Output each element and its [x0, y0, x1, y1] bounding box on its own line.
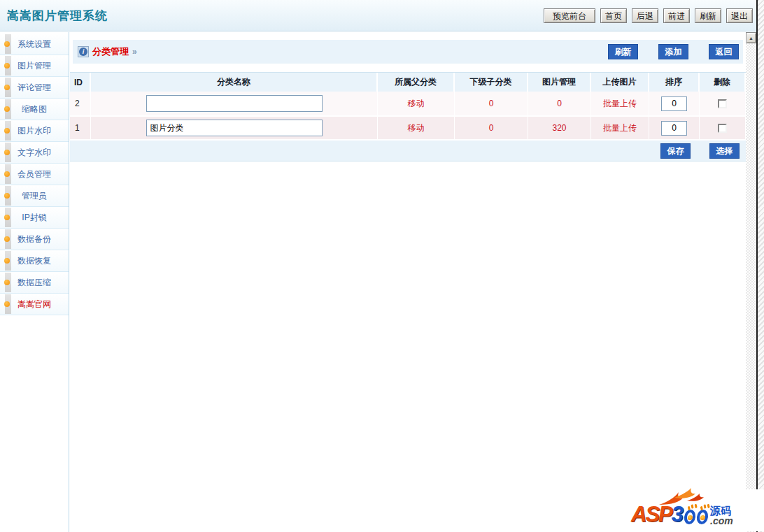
column-header-sub-category: 下级子分类: [455, 73, 528, 92]
sidebar-item-label: 文字水印: [17, 147, 51, 159]
scrollbar-up-arrow-icon[interactable]: ▲: [746, 32, 756, 43]
app-title: 嵩嵩图片管理系统: [7, 8, 108, 24]
sub-category-count-link[interactable]: 0: [455, 92, 528, 115]
logo-zero-eye-icon: [684, 510, 696, 524]
bullet-dot-icon: [4, 171, 10, 177]
sidebar-item-label: 会员管理: [17, 168, 51, 180]
back-button[interactable]: 后退: [632, 8, 658, 23]
save-button[interactable]: 保存: [660, 143, 691, 159]
sidebar-item-label: 数据压缩: [17, 277, 51, 289]
sort-order-input[interactable]: [661, 96, 687, 111]
scrollbar-track[interactable]: [746, 43, 756, 532]
sidebar-item-image-management[interactable]: 图片管理: [0, 55, 69, 77]
sort-cell: [649, 117, 700, 139]
row-id: 1: [70, 117, 91, 139]
column-header-upload-image: 上传图片: [591, 73, 649, 92]
category-name-input[interactable]: [146, 120, 323, 136]
image-count-link[interactable]: 320: [528, 117, 591, 139]
sidebar-item-label: 缩略图: [22, 103, 47, 115]
bullet-dot-icon: [4, 301, 10, 307]
delete-checkbox[interactable]: [718, 124, 727, 133]
logo-com-text: .com: [710, 516, 733, 526]
sidebar-item-label: 数据恢复: [17, 255, 51, 267]
bullet-dot-icon: [4, 150, 10, 155]
table-header-row: ID 分类名称 所属父分类 下级子分类 图片管理 上传图片 排序 删除: [70, 72, 746, 92]
sidebar: 系统设置 图片管理 评论管理 缩略图 图片水印 文字水印 会员管理 管理员 IP…: [0, 32, 69, 532]
bullet-dot-icon: [4, 85, 10, 90]
bullet-dot-icon: [4, 193, 10, 199]
add-category-button[interactable]: 添加: [658, 44, 688, 59]
sidebar-item-label: 管理员: [22, 190, 47, 202]
move-link[interactable]: 移动: [378, 92, 455, 115]
logo-asp-text: ASP: [631, 503, 672, 526]
asp300-watermark: ASP3 源码 .com: [630, 489, 764, 531]
logo-zero-eye-icon: [696, 510, 709, 524]
column-header-image-management: 图片管理: [528, 73, 591, 92]
exit-button[interactable]: 退出: [726, 8, 753, 23]
sidebar-item-text-watermark[interactable]: 文字水印: [0, 142, 69, 164]
sidebar-item-member-management[interactable]: 会员管理: [0, 164, 69, 185]
info-icon: i: [78, 46, 89, 57]
refresh-list-button[interactable]: 刷新: [608, 44, 638, 59]
category-name-cell: [91, 92, 378, 115]
sidebar-item-label: 图片水印: [17, 125, 51, 137]
page-title: 分类管理: [92, 45, 129, 58]
forward-button[interactable]: 前进: [663, 8, 690, 23]
chevron-right-icon: »: [132, 47, 137, 57]
select-button[interactable]: 选择: [709, 143, 740, 159]
refresh-window-button[interactable]: 刷新: [695, 8, 721, 23]
sidebar-item-label: IP封锁: [22, 212, 46, 224]
window-edge-hatch: [758, 0, 764, 532]
sidebar-item-label: 评论管理: [17, 82, 51, 94]
bullet-dot-icon: [4, 63, 10, 69]
sidebar-item-administrator[interactable]: 管理员: [0, 185, 69, 207]
sidebar-item-label: 数据备份: [17, 233, 51, 245]
home-button[interactable]: 首页: [600, 8, 627, 23]
sidebar-item-data-backup[interactable]: 数据备份: [0, 229, 69, 250]
bullet-dot-icon: [4, 258, 10, 264]
sidebar-item-ip-block[interactable]: IP封锁: [0, 207, 69, 229]
logo-right-column: 源码 .com: [710, 506, 733, 526]
sidebar-item-data-compress[interactable]: 数据压缩: [0, 272, 69, 294]
sidebar-item-system-settings[interactable]: 系统设置: [0, 34, 69, 55]
sidebar-item-thumbnail[interactable]: 缩略图: [0, 99, 69, 120]
row-id: 2: [70, 92, 91, 115]
category-name-cell: [91, 117, 378, 139]
table-footer-actions: 保存 选择: [70, 141, 746, 161]
batch-upload-link[interactable]: 批量上传: [591, 117, 649, 139]
sub-category-count-link[interactable]: 0: [455, 117, 528, 139]
logo-three-text: 3: [672, 503, 683, 526]
move-link[interactable]: 移动: [378, 117, 455, 139]
batch-upload-link[interactable]: 批量上传: [591, 92, 649, 115]
sort-cell: [649, 92, 700, 115]
column-header-delete: 删除: [700, 73, 746, 92]
category-name-input[interactable]: [146, 95, 323, 112]
table-row: 2 移动 0 0 批量上传: [70, 92, 746, 117]
category-table: ID 分类名称 所属父分类 下级子分类 图片管理 上传图片 排序 删除 2 移动…: [70, 72, 746, 161]
sidebar-item-comment-management[interactable]: 评论管理: [0, 77, 69, 99]
bullet-dot-icon: [4, 128, 10, 134]
sidebar-item-label: 嵩嵩官网: [17, 299, 51, 310]
bullet-dot-icon: [4, 236, 10, 242]
sidebar-item-official-site[interactable]: 嵩嵩官网: [0, 294, 69, 315]
column-header-parent-category: 所属父分类: [378, 73, 455, 92]
preview-frontend-button[interactable]: 预览前台: [544, 8, 595, 23]
app-window: 嵩嵩图片管理系统 预览前台 首页 后退 前进 刷新 退出 系统设置 图片管理 评…: [0, 0, 764, 532]
column-header-id: ID: [70, 73, 91, 92]
content-toolbar: i 分类管理 » 刷新 添加 返回: [73, 40, 743, 64]
return-button[interactable]: 返回: [709, 44, 739, 59]
bullet-dot-icon: [4, 215, 10, 220]
vertical-scrollbar: ▲: [746, 32, 756, 532]
image-count-link[interactable]: 0: [528, 92, 591, 115]
bullet-dot-icon: [4, 106, 10, 112]
column-header-category-name: 分类名称: [91, 73, 378, 92]
sidebar-item-data-restore[interactable]: 数据恢复: [0, 250, 69, 272]
sort-order-input[interactable]: [661, 121, 687, 136]
delete-checkbox[interactable]: [718, 99, 727, 108]
app-header: 嵩嵩图片管理系统 预览前台 首页 后退 前进 刷新 退出: [0, 0, 764, 31]
table-row: 1 移动 0 320 批量上传: [70, 117, 746, 141]
sidebar-item-image-watermark[interactable]: 图片水印: [0, 120, 69, 142]
logo-cn-text: 源码: [710, 506, 733, 516]
breadcrumb: i 分类管理 »: [73, 45, 608, 58]
delete-cell: [700, 92, 746, 115]
